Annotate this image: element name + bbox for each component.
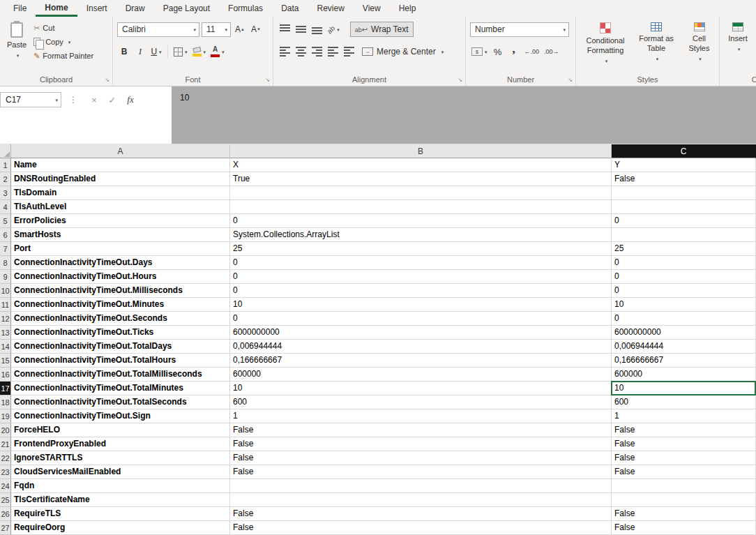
row-header-11[interactable]: 11 [0,298,11,312]
alignment-dialog-launcher[interactable]: ↘ [458,77,462,83]
cell-B20[interactable]: False [230,423,612,437]
cell-A27[interactable]: RequireOorg [11,521,230,535]
accounting-format-button[interactable]: $▾ [470,45,489,59]
cell-A5[interactable]: ErrorPolicies [11,214,230,228]
cell-C18[interactable]: 600 [612,395,756,409]
name-box[interactable]: C17 ▾ [0,92,61,107]
column-header-b[interactable]: B [230,144,612,158]
cell-B7[interactable]: 25 [230,242,612,256]
fill-color-button[interactable]: ▾ [191,45,208,59]
row-header-12[interactable]: 12 [0,312,11,326]
row-header-26[interactable]: 26 [0,507,11,521]
cell-A13[interactable]: ConnectionInactivityTimeOut.Ticks [11,326,230,340]
cell-A25[interactable]: TlsCertificateName [11,493,230,507]
align-bottom-button[interactable] [310,22,324,36]
row-header-20[interactable]: 20 [0,423,11,437]
align-top-button[interactable] [278,22,292,36]
cell-C20[interactable]: False [612,423,756,437]
row-header-6[interactable]: 6 [0,228,11,242]
percent-style-button[interactable]: % [491,45,505,59]
row-header-25[interactable]: 25 [0,493,11,507]
align-middle-button[interactable] [294,22,308,36]
cell-C8[interactable]: 0 [612,256,756,270]
cell-A21[interactable]: FrontendProxyEnabled [11,437,230,451]
cell-B24[interactable] [230,479,612,493]
column-header-c[interactable]: C [612,144,756,158]
insert-cells-button[interactable]: Insert ▾ [724,21,752,73]
cell-B6[interactable]: System.Collections.ArrayList [230,228,612,242]
tab-file[interactable]: File [4,0,36,17]
tab-page-layout[interactable]: Page Layout [154,0,219,17]
cell-A1[interactable]: Name [11,158,230,172]
row-header-2[interactable]: 2 [0,172,11,186]
copy-dropdown-icon[interactable]: ▾ [68,40,71,45]
tab-home[interactable]: Home [36,0,77,17]
cell-C6[interactable] [612,228,756,242]
cell-B11[interactable]: 10 [230,298,612,312]
row-header-4[interactable]: 4 [0,200,11,214]
copy-button[interactable]: Copy ▾ [33,36,93,47]
font-size-select[interactable]: 11 ▾ [202,22,231,37]
cell-B22[interactable]: False [230,451,612,465]
increase-indent-button[interactable] [342,45,356,59]
cell-C22[interactable]: False [612,451,756,465]
italic-button[interactable]: I [133,45,147,59]
cut-button[interactable]: ✂ Cut [33,22,93,33]
decrease-decimal-button[interactable]: .00→ [543,45,561,59]
underline-button[interactable]: U ▾ [149,45,163,59]
increase-font-button[interactable]: A▲ [233,22,247,36]
cell-A3[interactable]: TlsDomain [11,186,230,200]
cell-C4[interactable] [612,200,756,214]
cell-B26[interactable]: False [230,507,612,521]
cell-A7[interactable]: Port [11,242,230,256]
cell-C15[interactable]: 0,166666667 [612,354,756,368]
font-color-button[interactable]: A ▾ [209,45,226,59]
font-dialog-launcher[interactable]: ↘ [265,77,270,83]
cell-A18[interactable]: ConnectionInactivityTimeOut.TotalSeconds [11,395,230,409]
row-header-10[interactable]: 10 [0,284,11,298]
row-header-23[interactable]: 23 [0,465,11,479]
cell-A16[interactable]: ConnectionInactivityTimeOut.TotalMillise… [11,368,230,382]
tab-review[interactable]: Review [308,0,353,17]
number-format-select[interactable]: Number ▾ [470,22,569,37]
cell-C17[interactable]: 10 [612,382,756,395]
cell-B16[interactable]: 600000 [230,368,612,382]
cell-C5[interactable]: 0 [612,214,756,228]
cell-C19[interactable]: 1 [612,409,756,423]
cell-A22[interactable]: IgnoreSTARTTLS [11,451,230,465]
cell-C25[interactable] [612,493,756,507]
row-header-14[interactable]: 14 [0,340,11,354]
cell-A14[interactable]: ConnectionInactivityTimeOut.TotalDays [11,340,230,354]
row-header-17[interactable]: 17 [0,382,11,395]
decrease-indent-button[interactable] [326,45,340,59]
font-name-select[interactable]: Calibri ▾ [117,22,199,37]
cell-B10[interactable]: 0 [230,284,612,298]
cell-B9[interactable]: 0 [230,270,612,284]
tab-formulas[interactable]: Formulas [219,0,272,17]
select-all-corner[interactable] [0,144,11,158]
cell-C9[interactable]: 0 [612,270,756,284]
cell-B15[interactable]: 0,166666667 [230,354,612,368]
row-header-7[interactable]: 7 [0,242,11,256]
cell-B3[interactable] [230,186,612,200]
cell-C2[interactable]: False [612,172,756,186]
cell-A4[interactable]: TlsAuthLevel [11,200,230,214]
cell-C10[interactable]: 0 [612,284,756,298]
decrease-font-button[interactable]: A▼ [249,22,263,36]
enter-button[interactable]: ✓ [103,95,121,105]
cell-A2[interactable]: DNSRoutingEnabled [11,172,230,186]
cell-B21[interactable]: False [230,437,612,451]
row-header-24[interactable]: 24 [0,479,11,493]
cell-C3[interactable] [612,186,756,200]
cell-B23[interactable]: False [230,465,612,479]
insert-function-button[interactable]: fx [121,94,139,105]
cell-C12[interactable]: 0 [612,312,756,326]
cell-B13[interactable]: 6000000000 [230,326,612,340]
borders-button[interactable]: ▾ [172,45,189,59]
row-header-5[interactable]: 5 [0,214,11,228]
cell-B25[interactable] [230,493,612,507]
align-right-button[interactable] [310,45,324,59]
column-header-a[interactable]: A [11,144,230,158]
cell-A6[interactable]: SmartHosts [11,228,230,242]
cell-B18[interactable]: 600 [230,395,612,409]
